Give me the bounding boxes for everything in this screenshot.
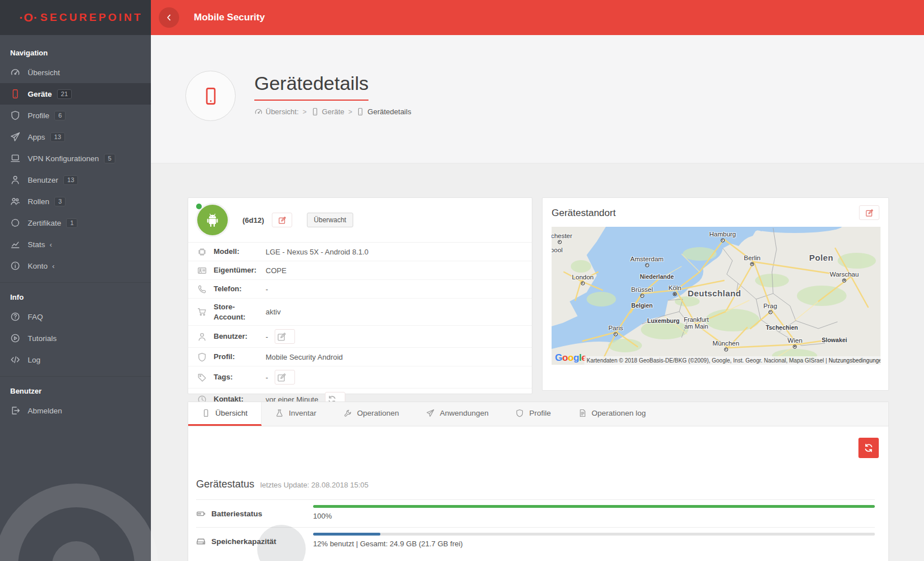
detail-value: LGE - Nexus 5X - Android 8.1.0 [266, 248, 368, 256]
user-icon [197, 332, 207, 342]
device-tabs-panel: ÜbersichtInventarOperationenAnwendungenP… [188, 402, 889, 561]
sidebar-item-label: Tutorials [28, 334, 57, 343]
sidebar-item-label: Benutzer [28, 176, 58, 184]
tab-bersicht[interactable]: Übersicht [188, 402, 262, 426]
count-badge: 13 [63, 175, 78, 185]
chart-icon [10, 239, 20, 249]
breadcrumb-item-bersicht[interactable]: Übersicht: [254, 107, 299, 116]
page-title: Gerätedetails [254, 72, 368, 101]
chevron-left-icon [165, 14, 173, 21]
wrench-icon [344, 409, 352, 417]
info-icon [10, 261, 20, 271]
detail-value: - [266, 370, 295, 385]
sidebar-item-label: Geräte [28, 90, 52, 98]
tab-anwendungen[interactable]: Anwendungen [413, 402, 502, 426]
file-icon [578, 409, 587, 417]
topbar-title: Mobile Security [194, 12, 265, 23]
phone-icon [356, 107, 365, 116]
device-status-last-update: letztes Update: 28.08.2018 15:05 [261, 481, 369, 489]
sidebar-item-label: Log [28, 356, 41, 364]
sidebar-section-header: Navigation [0, 40, 151, 62]
topbar: Mobile Security [151, 0, 924, 35]
progress-bar-fill [313, 533, 380, 536]
sidebar-item-vpn-konfigurationen[interactable]: VPN Konfigurationen5 [0, 148, 151, 169]
sidebar-item-abmelden[interactable]: Abmelden [0, 400, 151, 421]
edit-location-button[interactable] [859, 205, 879, 220]
sidebar-item-bersicht[interactable]: Übersicht [0, 62, 151, 83]
sidebar-item-konto[interactable]: Konto‹ [0, 255, 151, 277]
tab-label: Operationen [357, 409, 399, 417]
status-label: Batteriestatus [196, 505, 313, 520]
tab-operationen[interactable]: Operationen [330, 402, 413, 426]
sidebar-item-log[interactable]: Log [0, 349, 151, 370]
phone-icon [202, 409, 210, 417]
online-status-dot [196, 204, 202, 209]
pencil-square-icon [277, 373, 287, 382]
supervised-badge[interactable]: Überwacht [307, 213, 353, 227]
google-logo[interactable]: Google [555, 352, 587, 364]
detail-label: Telefon: [214, 284, 266, 294]
shield-icon [197, 352, 207, 362]
sidebar-item-label: Profile [28, 111, 49, 120]
laptop-icon [10, 153, 20, 163]
sidebar-item-ger-te[interactable]: Geräte21 [0, 83, 151, 105]
device-location-card: Gerätestandort [542, 197, 889, 391]
detail-label: Benutzer: [214, 331, 266, 342]
refresh-status-button[interactable] [858, 438, 879, 458]
count-badge: 13 [50, 132, 65, 142]
users-icon [10, 196, 20, 206]
device-detail-row-store-account: Store-Account:aktiv [188, 299, 532, 326]
paper-plane-icon [426, 409, 435, 417]
edit-device-name-button[interactable] [272, 213, 292, 227]
map[interactable]: nchesterpoolHamburgAmsterdamNiederlandeB… [552, 227, 880, 365]
user-icon [10, 175, 20, 185]
map-basemap [552, 227, 880, 365]
tab-label: Inventar [289, 409, 316, 417]
device-detail-row-modell: Modell:LGE - Nexus 5X - Android 8.1.0 [188, 243, 532, 261]
back-button[interactable] [159, 7, 179, 28]
device-card-header: (6d12) Überwacht [188, 198, 532, 243]
device-avatar [197, 205, 228, 235]
sidebar-item-label: Stats [28, 240, 45, 249]
sidebar-item-benutzer[interactable]: Benutzer13 [0, 169, 151, 191]
detail-label: Store-Account: [214, 302, 266, 322]
sidebar-item-profile[interactable]: Profile6 [0, 105, 151, 126]
phone-icon [311, 107, 319, 116]
tab-profile[interactable]: Profile [502, 402, 564, 426]
tab-label: Übersicht [215, 409, 248, 417]
sidebar-item-stats[interactable]: Stats‹ [0, 234, 151, 255]
chevron-collapsed-icon: ‹ [50, 240, 52, 249]
brand-logo-text: SECUREPOINT [40, 11, 142, 24]
map-attribution-text: Kartendaten © 2018 GeoBasis-DE/BKG (©200… [587, 357, 824, 364]
code-icon [10, 355, 20, 365]
logout-icon [10, 405, 20, 416]
status-bar-col: 100% [313, 505, 875, 520]
sidebar-item-rollen[interactable]: Rollen3 [0, 191, 151, 212]
tab-operationen-log[interactable]: Operationen log [565, 402, 660, 426]
progress-bar [313, 533, 875, 536]
tab-label: Operationen log [592, 409, 646, 417]
detail-value: - [266, 329, 295, 344]
map-terms-link[interactable]: Nutzungsbedingungen [828, 357, 880, 364]
page-header: Gerätedetails Übersicht:>Geräte>Gerätede… [151, 35, 924, 163]
tab-content-uebersicht: Gerätestatus letztes Update: 28.08.2018 … [188, 426, 888, 555]
tab-inventar[interactable]: Inventar [262, 402, 330, 426]
breadcrumb-separator: > [303, 108, 307, 116]
edit-benutzer-button[interactable] [275, 329, 295, 344]
detail-value: Mobile Security Android [266, 353, 343, 361]
breadcrumb-item-ger-te[interactable]: Geräte [311, 107, 345, 116]
progress-bar [313, 505, 875, 508]
status-row-batteriestatus: Batteriestatus100% [196, 499, 875, 527]
detail-label: Modell: [214, 247, 266, 257]
sidebar-item-zertifikate[interactable]: Zertifikate1 [0, 212, 151, 234]
phone-icon [10, 89, 20, 99]
sidebar: ·O· SECUREPOINT NavigationÜbersichtGerät… [0, 0, 151, 561]
sidebar-item-apps[interactable]: Apps13 [0, 126, 151, 148]
brand-logo-mark: ·O· [19, 11, 38, 24]
brand-logo[interactable]: ·O· SECUREPOINT [0, 0, 151, 35]
count-badge: 3 [54, 197, 66, 206]
sidebar-item-faq[interactable]: FAQ [0, 306, 151, 327]
sidebar-item-tutorials[interactable]: Tutorials [0, 327, 151, 349]
edit-tags-button[interactable] [275, 370, 295, 385]
shield-icon [10, 110, 20, 120]
